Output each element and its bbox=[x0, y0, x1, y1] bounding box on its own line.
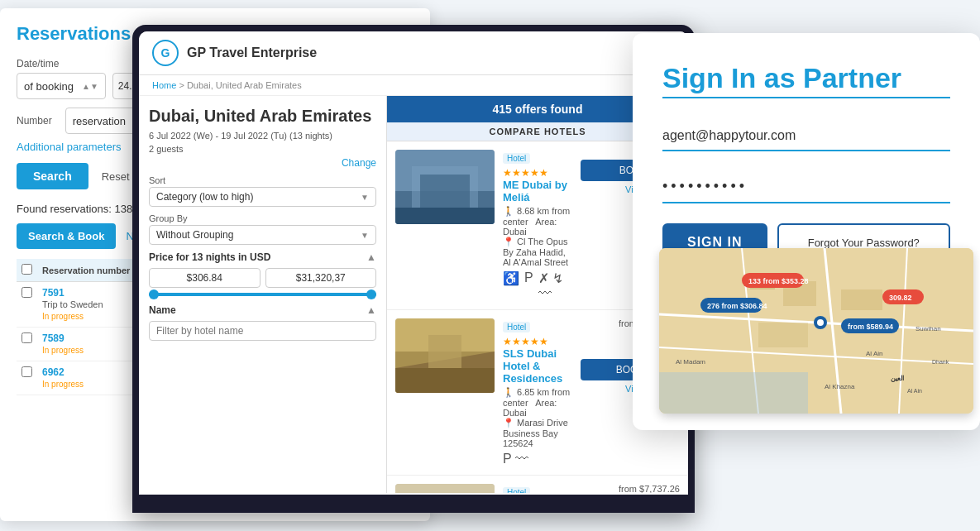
reservation-link-3[interactable]: 6962 bbox=[42, 366, 65, 378]
booking-type-arrow: ▲▼ bbox=[82, 82, 98, 91]
svg-text:276 from $306.84: 276 from $306.84 bbox=[707, 302, 767, 310]
hotel-stars-2: ★★★★★ bbox=[503, 336, 572, 347]
hotel-tag-2: Hotel bbox=[503, 322, 530, 332]
price-min-input[interactable]: $306.84 bbox=[149, 268, 261, 288]
map-area: 276 from $306.84 133 from $353.28 from $… bbox=[659, 248, 973, 414]
email-input[interactable] bbox=[662, 122, 950, 151]
svg-rect-25 bbox=[758, 323, 808, 347]
svg-text:Al Madam: Al Madam bbox=[676, 358, 705, 366]
gp-logo: G bbox=[152, 40, 179, 66]
gp-date-range: 6 Jul 2022 (We) - 19 Jul 2022 (Tu) (13 n… bbox=[149, 131, 376, 141]
map-svg: 276 from $306.84 133 from $353.28 from $… bbox=[659, 248, 973, 414]
hotel-distance-2: 🚶 6.85 km from center Area: Dubai bbox=[503, 387, 572, 418]
price-slider-right-handle[interactable] bbox=[366, 289, 376, 299]
hotel-amenities-1: ♿ P ✗ ↯ 〰 bbox=[503, 270, 572, 301]
hotel-card-3: Hotel ★★★★★ Mandarin Oriental Jumeira, D… bbox=[387, 476, 688, 493]
svg-point-33 bbox=[817, 319, 824, 326]
svg-text:Suwihan: Suwihan bbox=[915, 325, 941, 332]
sort-chevron: ▼ bbox=[361, 193, 369, 202]
gp-content: Dubai, United Arab Emirates 6 Jul 2022 (… bbox=[139, 96, 688, 493]
hotel-address-2: 📍 Marasi Drive Business Bay 125624 bbox=[503, 418, 572, 448]
price-range-arrow: ▲ bbox=[366, 251, 376, 263]
svg-text:309.82: 309.82 bbox=[889, 294, 912, 302]
hotel-distance-1: 🚶 8.68 km from center Area: Dubai bbox=[503, 206, 572, 237]
svg-rect-4 bbox=[395, 208, 495, 224]
search-button[interactable]: Search bbox=[17, 163, 88, 189]
reset-button[interactable]: Reset bbox=[95, 164, 136, 189]
search-book-button[interactable]: Search & Book bbox=[17, 223, 116, 249]
price-max-input[interactable]: $31,320,37 bbox=[265, 268, 377, 288]
select-all-checkbox[interactable] bbox=[22, 264, 32, 275]
gp-city-title: Dubai, United Arab Emirates bbox=[149, 106, 376, 126]
res-name-1: Trip to Sweden bbox=[42, 299, 103, 309]
price-slider[interactable] bbox=[149, 293, 376, 296]
hotel-name-2[interactable]: SLS Dubai Hotel & Residences bbox=[503, 347, 572, 385]
reservation-link-2[interactable]: 7589 bbox=[42, 332, 65, 344]
svg-text:العين: العين bbox=[891, 375, 904, 382]
hotel-address-1: 📍 Cl The Opus By Zaha Hadid, Al A'Amal S… bbox=[503, 237, 572, 267]
svg-rect-9 bbox=[395, 368, 495, 393]
gp-company-name: GP Travel Enterprise bbox=[187, 45, 317, 60]
map-background: 276 from $306.84 133 from $353.28 from $… bbox=[659, 248, 973, 414]
group-by-chevron: ▼ bbox=[361, 231, 369, 240]
gp-breadcrumb: Home > Dubai, United Arab Emirates bbox=[139, 75, 688, 96]
hotel-from-label-3: from $7,737.26 bbox=[581, 484, 680, 493]
laptop-screen: G GP Travel Enterprise Home > Dubai, Uni… bbox=[139, 31, 688, 495]
svg-text:Al Ain: Al Ain bbox=[866, 350, 882, 357]
breadcrumb-location: Dubai, United Arab Emirates bbox=[187, 80, 302, 90]
group-by-select[interactable]: Without Grouping ▼ bbox=[149, 225, 376, 245]
res-status-3: In progress bbox=[42, 380, 84, 389]
svg-text:Al Khazna: Al Khazna bbox=[825, 383, 855, 390]
svg-rect-3 bbox=[420, 175, 470, 208]
price-slider-left-handle[interactable] bbox=[149, 289, 159, 299]
svg-rect-10 bbox=[395, 484, 495, 493]
hotel-amenities-2: P 〰 bbox=[503, 452, 572, 466]
signin-title-underline bbox=[662, 97, 950, 98]
svg-text:Al Ain: Al Ain bbox=[907, 388, 922, 394]
hotel-tag-3: Hotel bbox=[503, 487, 530, 493]
hotel-info-3: Hotel ★★★★★ Mandarin Oriental Jumeira, D… bbox=[503, 484, 572, 493]
group-by-label: Group By bbox=[149, 213, 376, 223]
sort-label: Sort bbox=[149, 175, 376, 185]
gp-sidebar: Dubai, United Arab Emirates 6 Jul 2022 (… bbox=[139, 96, 387, 493]
password-input[interactable] bbox=[662, 171, 950, 203]
breadcrumb-home[interactable]: Home bbox=[152, 80, 176, 90]
gp-header: G GP Travel Enterprise bbox=[139, 31, 688, 75]
svg-rect-24 bbox=[841, 289, 882, 310]
hotel-info-2: Hotel ★★★★★ SLS Dubai Hotel & Residences… bbox=[503, 318, 572, 466]
hotel-img-2 bbox=[395, 318, 495, 393]
svg-text:from $589.94: from $589.94 bbox=[848, 323, 893, 331]
row-checkbox-2[interactable] bbox=[22, 332, 32, 343]
row-checkbox-3[interactable] bbox=[22, 366, 32, 377]
booking-type-select[interactable]: of booking ▲▼ bbox=[17, 73, 106, 99]
signin-title: Sign In as Partner bbox=[662, 63, 950, 93]
hotel-price-col-3: from $7,737.26 BOOK View offers ▼ bbox=[581, 484, 680, 493]
svg-text:Dhank: Dhank bbox=[932, 359, 949, 365]
hotel-stars-1: ★★★★★ bbox=[503, 167, 572, 179]
hotel-name-1[interactable]: ME Dubai by Meliá bbox=[503, 179, 572, 203]
row-checkbox-1[interactable] bbox=[22, 287, 32, 298]
breadcrumb-sep: > bbox=[179, 80, 186, 90]
gp-change-link[interactable]: Change bbox=[149, 157, 376, 169]
res-status-1: In progress bbox=[42, 312, 84, 321]
svg-text:133 from $353.28: 133 from $353.28 bbox=[748, 277, 809, 285]
sort-select[interactable]: Category (low to high) ▼ bbox=[149, 187, 376, 207]
name-filter-arrow: ▲ bbox=[366, 304, 376, 316]
laptop-wrapper: G GP Travel Enterprise Home > Dubai, Uni… bbox=[132, 25, 695, 513]
signin-panel: Sign In as Partner SIGN IN Forgot Your P… bbox=[633, 33, 980, 430]
price-range-label: Price for 13 nights in USD bbox=[149, 251, 270, 263]
name-filter-label: Name bbox=[149, 304, 176, 316]
svg-rect-21 bbox=[659, 372, 808, 414]
res-status-2: In progress bbox=[42, 346, 84, 355]
number-label: Number bbox=[17, 115, 52, 127]
hotel-img-1 bbox=[395, 150, 495, 224]
col-reservation-number: Reservation number bbox=[37, 259, 140, 282]
reservation-link-1[interactable]: 7591 bbox=[42, 287, 65, 299]
hotel-info-1: Hotel ★★★★★ ME Dubai by Meliá 🚶 8.68 km … bbox=[503, 150, 572, 301]
hotel-tag-1: Hotel bbox=[503, 153, 530, 164]
hotel-name-filter[interactable] bbox=[149, 321, 376, 341]
hotel-img-3 bbox=[395, 484, 495, 493]
gp-guests: 2 guests bbox=[149, 144, 376, 154]
